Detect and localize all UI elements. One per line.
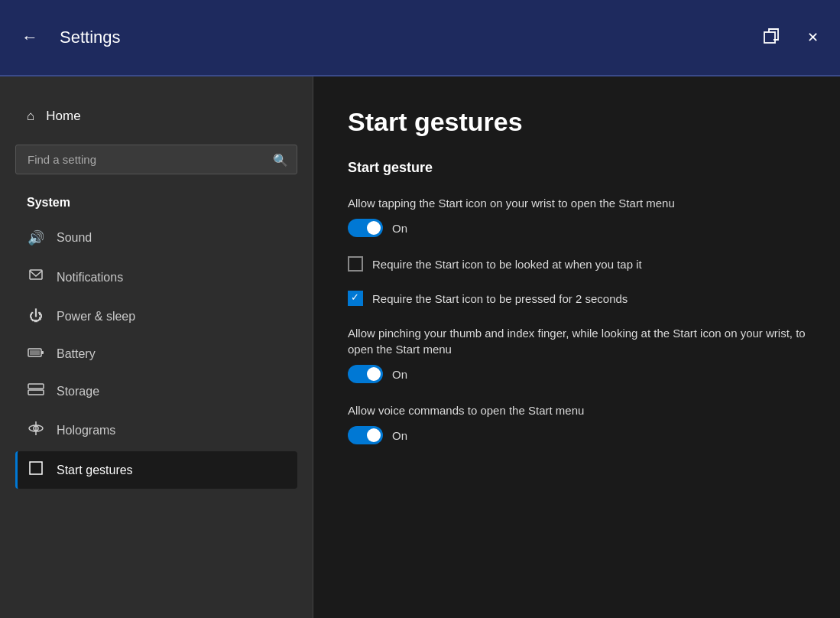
toggle-row-tap-start: On [348, 219, 806, 237]
svg-rect-4 [30, 350, 40, 355]
checkbox-look-at[interactable] [348, 256, 363, 272]
sidebar-item-label: Holograms [57, 424, 115, 437]
holograms-icon [27, 421, 45, 440]
storage-icon [27, 383, 45, 399]
titlebar-title: Settings [60, 28, 757, 47]
home-icon: ⌂ [27, 109, 34, 124]
sidebar-item-sound[interactable]: 🔊 Sound [15, 220, 297, 256]
sidebar-item-home[interactable]: ⌂ Home [15, 99, 297, 133]
back-button[interactable]: ← [15, 21, 44, 54]
setting-press-2sec: Require the Start icon to be pressed for… [348, 291, 806, 306]
sidebar-home-label: Home [46, 109, 80, 124]
svg-rect-0 [764, 32, 775, 43]
close-button[interactable]: ✕ [801, 23, 825, 52]
checkbox-row-press-2sec: Require the Start icon to be pressed for… [348, 291, 806, 306]
setting-pinch-start: Allow pinching your thumb and index fing… [348, 325, 806, 383]
toggle-voice-commands[interactable] [348, 426, 383, 444]
sound-icon: 🔊 [27, 229, 45, 246]
notifications-icon [27, 268, 45, 287]
setting-voice-commands: Allow voice commands to open the Start m… [348, 402, 806, 444]
maximize-button[interactable] [757, 21, 786, 54]
setting-pinch-desc: Allow pinching your thumb and index fing… [348, 325, 806, 357]
toggle-voice-label: On [392, 429, 407, 442]
sidebar-item-label: Battery [57, 347, 96, 361]
sidebar-item-notifications[interactable]: Notifications [15, 258, 297, 297]
search-input[interactable] [15, 145, 297, 174]
content-area: Start gestures Start gesture Allow tappi… [313, 76, 840, 618]
setting-tap-start: Allow tapping the Start icon on your wri… [348, 195, 806, 237]
svg-rect-1 [30, 270, 42, 279]
titlebar-controls: ✕ [757, 21, 825, 54]
sidebar-item-power[interactable]: ⏻ Power & sleep [15, 298, 297, 334]
checkbox-press-2sec-label: Require the Start icon to be pressed for… [372, 292, 628, 305]
svg-rect-5 [28, 384, 44, 389]
toggle-pinch-label: On [392, 368, 407, 381]
svg-rect-6 [28, 390, 44, 395]
sidebar-item-label: Start gestures [57, 464, 133, 477]
sidebar-item-label: Storage [57, 385, 99, 398]
toggle-pinch-start[interactable] [348, 365, 383, 383]
checkbox-row-look-at: Require the Start icon to be looked at w… [348, 256, 806, 272]
toggle-row-pinch: On [348, 365, 806, 383]
start-gestures-icon [27, 461, 45, 479]
sidebar-item-label: Notifications [57, 271, 123, 285]
section-title: Start gesture [348, 160, 806, 176]
page-title: Start gestures [348, 107, 806, 137]
checkbox-press-2sec[interactable] [348, 291, 363, 306]
sidebar-item-storage[interactable]: Storage [15, 373, 297, 409]
sidebar-search: 🔍 [15, 145, 297, 174]
power-icon: ⏻ [27, 308, 45, 324]
sidebar-item-label: Sound [57, 231, 92, 245]
toggle-tap-start-label: On [392, 222, 407, 235]
sidebar-item-holograms[interactable]: Holograms [15, 411, 297, 450]
svg-rect-10 [30, 462, 42, 474]
main-container: ⌂ Home 🔍 System 🔊 Sound Notifications ⏻ … [0, 76, 840, 618]
checkbox-look-at-label: Require the Start icon to be looked at w… [372, 258, 642, 271]
setting-look-at: Require the Start icon to be looked at w… [348, 256, 806, 272]
battery-icon [27, 346, 45, 362]
sidebar-section-label: System [15, 190, 297, 216]
search-icon: 🔍 [273, 152, 288, 167]
sidebar-item-label: Power & sleep [57, 310, 135, 324]
sidebar-item-start-gestures[interactable]: Start gestures [15, 451, 297, 489]
sidebar: ⌂ Home 🔍 System 🔊 Sound Notifications ⏻ … [0, 76, 313, 618]
toggle-row-voice: On [348, 426, 806, 444]
svg-rect-3 [41, 351, 44, 354]
setting-voice-desc: Allow voice commands to open the Start m… [348, 402, 806, 418]
setting-tap-start-desc: Allow tapping the Start icon on your wri… [348, 195, 806, 211]
titlebar: ← Settings ✕ [0, 0, 840, 76]
toggle-tap-start[interactable] [348, 219, 383, 237]
sidebar-item-battery[interactable]: Battery [15, 336, 297, 372]
